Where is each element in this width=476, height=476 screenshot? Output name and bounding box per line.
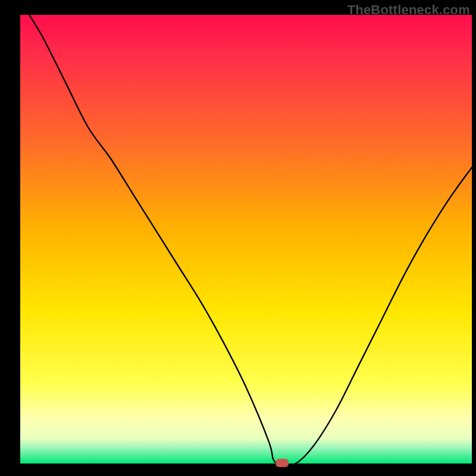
plot-background — [20, 15, 472, 464]
optimal-marker — [275, 459, 289, 467]
watermark-text: TheBottleneck.com — [347, 2, 470, 18]
chart-container: TheBottleneck.com — [0, 0, 476, 476]
bottleneck-chart — [0, 0, 476, 476]
